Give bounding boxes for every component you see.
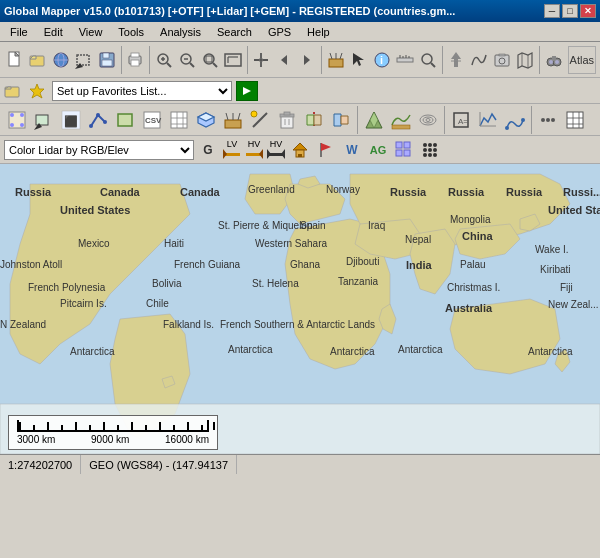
projection-value: GEO (WGS84) - (147.94137 [89, 459, 228, 471]
scale-bar: 3000 km 9000 km 16000 km [8, 415, 218, 450]
menu-analysis[interactable]: Analysis [152, 24, 209, 40]
close-button[interactable]: ✕ [580, 4, 596, 18]
svg-rect-68 [36, 115, 48, 125]
measure-button[interactable] [394, 46, 416, 74]
save-button[interactable] [96, 46, 118, 74]
svg-rect-10 [103, 53, 109, 58]
svg-marker-30 [304, 55, 310, 65]
rect-select-button[interactable] [73, 46, 95, 74]
scale-labels: 3000 km 9000 km 16000 km [17, 434, 209, 445]
print-button[interactable] [124, 46, 146, 74]
back-button[interactable] [273, 46, 295, 74]
svg-rect-50 [499, 54, 505, 56]
svg-marker-128 [293, 143, 307, 150]
csv-button[interactable]: CSV [139, 107, 165, 133]
menu-tools[interactable]: Tools [110, 24, 152, 40]
elevation-button[interactable] [361, 107, 387, 133]
svg-rect-133 [396, 142, 402, 148]
lidar-button[interactable] [325, 46, 347, 74]
draw-point-button[interactable]: ⬛ [58, 107, 84, 133]
layer-grid3-button[interactable] [392, 139, 416, 161]
tower-button[interactable] [445, 46, 467, 74]
split-button[interactable] [301, 107, 327, 133]
draw-area-button[interactable] [112, 107, 138, 133]
menu-bar: File Edit View Tools Analysis Search GPS… [0, 22, 600, 42]
grid2-button[interactable] [562, 107, 588, 133]
menu-edit[interactable]: Edit [36, 24, 71, 40]
menu-view[interactable]: View [71, 24, 111, 40]
zoom-window-button[interactable] [199, 46, 221, 74]
layer-hv2-button[interactable]: HV [267, 140, 285, 159]
layer-house-button[interactable] [288, 139, 312, 161]
run-favorite-button[interactable] [236, 81, 258, 101]
svg-point-90 [251, 111, 257, 117]
svg-marker-46 [451, 52, 461, 59]
layer-lv-button[interactable]: LV [223, 140, 241, 159]
grid-button[interactable] [166, 107, 192, 133]
open-button[interactable] [27, 46, 49, 74]
globe-button[interactable] [50, 46, 72, 74]
path-button[interactable] [468, 46, 490, 74]
more-button[interactable] [535, 107, 561, 133]
scale-line [17, 420, 209, 432]
svg-marker-132 [321, 143, 331, 151]
search-button[interactable] [417, 46, 439, 74]
zoom-in-button[interactable] [153, 46, 175, 74]
map-area[interactable]: Russia Canada Canada Greenland Norway Ru… [0, 164, 600, 454]
svg-marker-126 [267, 149, 271, 159]
layer-W-button[interactable]: W [340, 139, 364, 161]
svg-point-73 [96, 113, 100, 117]
layer-ag-button[interactable]: AG [366, 139, 390, 161]
svg-point-57 [549, 60, 553, 64]
svg-rect-130 [298, 154, 302, 157]
svg-point-144 [428, 153, 432, 157]
menu-search[interactable]: Search [209, 24, 260, 40]
svg-marker-97 [307, 115, 314, 125]
path-profile-button[interactable] [502, 107, 528, 133]
menu-help[interactable]: Help [299, 24, 338, 40]
atlas-button[interactable]: Atlas [568, 46, 596, 74]
delete-button[interactable] [274, 107, 300, 133]
combine-button[interactable] [328, 107, 354, 133]
3d-view-button[interactable] [193, 107, 219, 133]
zoom-all-button[interactable] [222, 46, 244, 74]
select-button[interactable] [348, 46, 370, 74]
wand-button[interactable] [247, 107, 273, 133]
new-button[interactable] [4, 46, 26, 74]
layer-g-button[interactable]: G [196, 139, 220, 161]
svg-line-20 [190, 63, 194, 67]
favorites-dropdown[interactable]: Set up Favorites List... [52, 81, 232, 101]
photo-button[interactable] [491, 46, 513, 74]
binoculars-button[interactable] [543, 46, 565, 74]
layer-hv-button[interactable]: HV [245, 140, 263, 159]
measure-area-button[interactable]: A= [448, 107, 474, 133]
layer-dropdown[interactable]: Color Lidar by RGB/Elev [4, 140, 194, 160]
maximize-button[interactable]: □ [562, 4, 578, 18]
select-area-button[interactable] [31, 107, 57, 133]
contour-button[interactable] [415, 107, 441, 133]
layer-flag-button[interactable] [314, 139, 338, 161]
map-button[interactable] [514, 46, 536, 74]
title-bar: Global Mapper v15.0 (b101713) [+OTF] [+L… [0, 0, 600, 22]
svg-point-74 [103, 120, 107, 124]
edit-vertex-button[interactable] [4, 107, 30, 133]
pan-button[interactable] [251, 46, 273, 74]
svg-rect-134 [404, 142, 410, 148]
draw-line-button[interactable] [85, 107, 111, 133]
terrain-button[interactable] [388, 107, 414, 133]
svg-marker-61 [30, 84, 44, 98]
feature-info-button[interactable]: i [371, 46, 393, 74]
lidar-draw-button[interactable] [220, 107, 246, 133]
menu-gps[interactable]: GPS [260, 24, 299, 40]
svg-point-114 [546, 118, 550, 122]
profile-button[interactable] [475, 107, 501, 133]
svg-point-106 [426, 118, 430, 121]
svg-rect-56 [552, 56, 556, 61]
menu-file[interactable]: File [2, 24, 36, 40]
forward-button[interactable] [296, 46, 318, 74]
layer-dots-button[interactable] [418, 139, 442, 161]
app-title: Global Mapper v15.0 (b101713) [+OTF] [+L… [4, 5, 544, 17]
zoom-out-button[interactable] [176, 46, 198, 74]
sep1 [121, 46, 122, 74]
minimize-button[interactable]: ─ [544, 4, 560, 18]
